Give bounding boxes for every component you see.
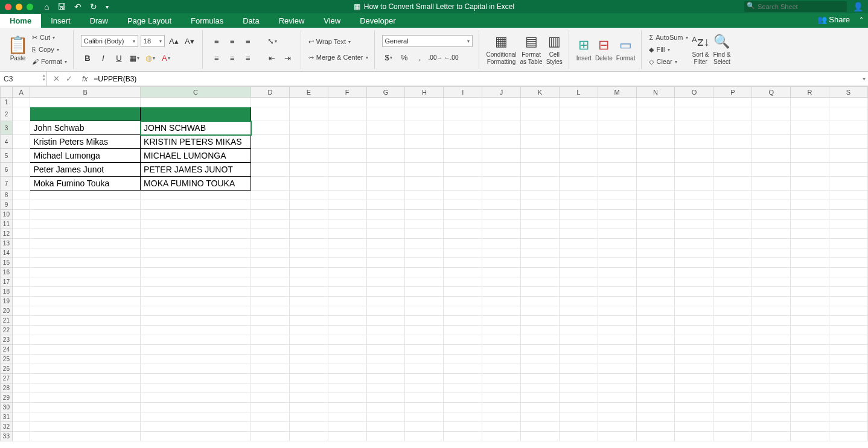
cell-D15[interactable] (251, 258, 290, 268)
row-header-6[interactable]: 6 (1, 163, 13, 177)
tab-developer[interactable]: Developer (350, 14, 405, 28)
cell-E5[interactable] (289, 149, 328, 163)
cell-D27[interactable] (251, 374, 290, 383)
cell-Q16[interactable] (752, 268, 791, 277)
cell-N8[interactable] (636, 191, 675, 200)
autosum-button[interactable]: ΣAutoSum (649, 32, 688, 43)
cell-R29[interactable] (791, 393, 829, 403)
cell-A19[interactable] (12, 297, 30, 306)
cell-K17[interactable] (521, 277, 560, 287)
cell-O17[interactable] (675, 277, 713, 287)
cell-I15[interactable] (444, 258, 482, 268)
cell-F10[interactable] (328, 210, 366, 219)
cell-I10[interactable] (444, 210, 482, 219)
cell-B2[interactable] (30, 107, 141, 121)
border-button[interactable]: ▦ (128, 51, 141, 65)
search-sheet-input[interactable] (744, 1, 847, 12)
cell-P16[interactable] (713, 268, 752, 277)
cell-J21[interactable] (482, 316, 521, 326)
cell-O4[interactable] (675, 135, 713, 149)
cell-H26[interactable] (405, 364, 444, 374)
cell-P22[interactable] (713, 326, 752, 335)
decrease-decimal-icon[interactable]: ←.00 (445, 51, 458, 64)
cell-F17[interactable] (328, 277, 366, 287)
cell-A29[interactable] (12, 393, 30, 403)
cell-C23[interactable] (141, 335, 251, 345)
cell-S3[interactable] (829, 121, 868, 135)
row-header-30[interactable]: 30 (1, 403, 13, 412)
cell-F19[interactable] (328, 297, 366, 306)
cell-L17[interactable] (559, 277, 598, 287)
cell-R33[interactable] (791, 432, 829, 441)
cell-D24[interactable] (251, 345, 290, 355)
cell-E22[interactable] (289, 326, 328, 335)
cell-S11[interactable] (829, 219, 868, 229)
cell-Q25[interactable] (752, 355, 791, 364)
cell-Q26[interactable] (752, 364, 791, 374)
cell-F25[interactable] (328, 355, 366, 364)
cell-C21[interactable] (141, 316, 251, 326)
cell-A12[interactable] (12, 229, 30, 239)
cell-S27[interactable] (829, 374, 868, 383)
row-header-16[interactable]: 16 (1, 268, 13, 277)
cell-F24[interactable] (328, 345, 366, 355)
cell-O22[interactable] (675, 326, 713, 335)
cell-D19[interactable] (251, 297, 290, 306)
cell-R16[interactable] (791, 268, 829, 277)
cell-H5[interactable] (405, 149, 444, 163)
row-header-4[interactable]: 4 (1, 135, 13, 149)
cell-E26[interactable] (289, 364, 328, 374)
cell-Q7[interactable] (752, 177, 791, 191)
cell-E29[interactable] (289, 393, 328, 403)
cell-R1[interactable] (791, 98, 829, 107)
cell-P14[interactable] (713, 248, 752, 258)
cell-S31[interactable] (829, 412, 868, 422)
cell-R23[interactable] (791, 335, 829, 345)
cell-D16[interactable] (251, 268, 290, 277)
cell-N13[interactable] (636, 239, 675, 248)
cell-L10[interactable] (559, 210, 598, 219)
cell-R5[interactable] (791, 149, 829, 163)
cell-O8[interactable] (675, 191, 713, 200)
cell-L3[interactable] (559, 121, 598, 135)
cell-E31[interactable] (289, 412, 328, 422)
cell-O5[interactable] (675, 149, 713, 163)
cell-B29[interactable] (30, 393, 141, 403)
cell-D31[interactable] (251, 412, 290, 422)
row-header-13[interactable]: 13 (1, 239, 13, 248)
cell-S5[interactable] (829, 149, 868, 163)
cell-K7[interactable] (521, 177, 560, 191)
cell-F29[interactable] (328, 393, 366, 403)
cell-B25[interactable] (30, 355, 141, 364)
cell-S28[interactable] (829, 383, 868, 393)
cell-R8[interactable] (791, 191, 829, 200)
cell-F21[interactable] (328, 316, 366, 326)
cell-M15[interactable] (598, 258, 636, 268)
cell-E25[interactable] (289, 355, 328, 364)
clear-button[interactable]: ◇Clear (649, 56, 688, 67)
cell-N2[interactable] (636, 107, 675, 121)
cell-H1[interactable] (405, 98, 444, 107)
cell-J25[interactable] (482, 355, 521, 364)
cell-K30[interactable] (521, 403, 560, 412)
cell-M12[interactable] (598, 229, 636, 239)
cell-C4[interactable]: KRISTIN PETERS MIKAS (141, 135, 251, 149)
cell-G2[interactable] (366, 107, 405, 121)
cell-P27[interactable] (713, 374, 752, 383)
cell-P19[interactable] (713, 297, 752, 306)
expand-formula-icon[interactable]: ▾ (860, 75, 868, 82)
cell-F2[interactable] (328, 107, 366, 121)
col-header-P[interactable]: P (713, 87, 752, 98)
cell-A32[interactable] (12, 422, 30, 432)
cell-G28[interactable] (366, 383, 405, 393)
cell-M28[interactable] (598, 383, 636, 393)
cell-F13[interactable] (328, 239, 366, 248)
cell-Q29[interactable] (752, 393, 791, 403)
cell-N16[interactable] (636, 268, 675, 277)
cell-P26[interactable] (713, 364, 752, 374)
row-header-25[interactable]: 25 (1, 355, 13, 364)
cell-B32[interactable] (30, 422, 141, 432)
col-header-O[interactable]: O (675, 87, 713, 98)
cell-H7[interactable] (405, 177, 444, 191)
cell-A18[interactable] (12, 287, 30, 297)
